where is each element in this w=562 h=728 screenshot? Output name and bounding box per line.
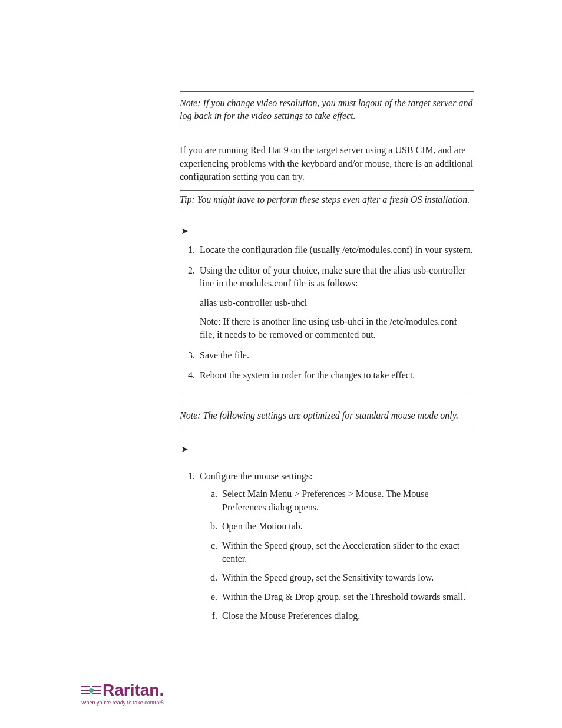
step-2: Using the editor of your choice, make su… — [197, 264, 474, 342]
substep-c: Within the Speed group, set the Accelera… — [220, 539, 474, 566]
step-configure-mouse-text: Configure the mouse settings: — [200, 471, 313, 481]
substep-a: Select Main Menu > Preferences > Mouse. … — [220, 487, 474, 514]
substep-d: Within the Speed group, set the Sensitiv… — [220, 571, 474, 584]
brand-tagline: When you're ready to take control® — [81, 700, 164, 706]
step-2-text: Using the editor of your choice, make su… — [200, 265, 465, 288]
step-4: Reboot the system in order for the chang… — [197, 369, 474, 382]
substep-e: Within the Drag & Drop group, set the Th… — [220, 591, 474, 604]
footer-logo: Raritan. When you're ready to take contr… — [81, 682, 164, 706]
brand-name: Raritan. — [103, 682, 164, 699]
step-configure-mouse: Configure the mouse settings: Select Mai… — [197, 470, 474, 623]
logo-icon — [81, 684, 101, 697]
note-box-2: Note: The following settings are optimiz… — [180, 404, 474, 427]
divider — [180, 393, 474, 393]
page-content: Note: If you change video resolution, yo… — [0, 0, 562, 623]
step-1: Locate the configuration file (usually /… — [197, 243, 474, 256]
substep-b: Open the Motion tab. — [220, 520, 474, 533]
arrow-icon: ➤ — [181, 226, 474, 236]
substep-f: Close the Mouse Preferences dialog. — [220, 610, 474, 622]
brand-logo: Raritan. — [81, 682, 164, 699]
step-3: Save the file. — [197, 349, 474, 362]
note-box-1: Note: If you change video resolution, yo… — [180, 91, 474, 127]
intro-paragraph: If you are running Red Hat 9 on the targ… — [180, 144, 474, 183]
substeps-list: Select Main Menu > Preferences > Mouse. … — [200, 487, 474, 622]
tip-box: Tip: You might have to perform these ste… — [180, 190, 474, 209]
step-2-code: alias usb-controller usb-uhci — [200, 297, 474, 309]
steps-list-2: Configure the mouse settings: Select Mai… — [180, 470, 474, 623]
arrow-icon: ➤ — [181, 444, 474, 454]
logo-dot-icon — [89, 688, 94, 693]
steps-list-1: Locate the configuration file (usually /… — [180, 243, 474, 382]
step-2-note: Note: If there is another line using usb… — [200, 315, 474, 342]
